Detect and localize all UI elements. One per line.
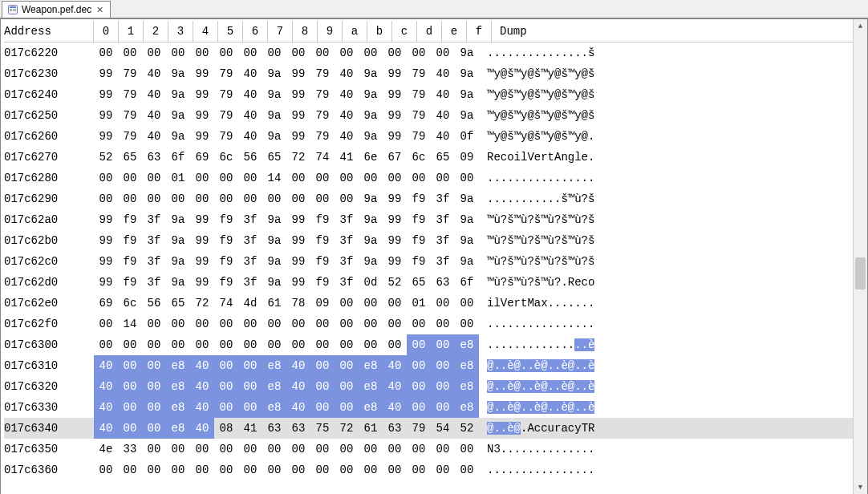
hex-byte[interactable]: 00 [455,314,479,334]
hex-byte[interactable]: 56 [142,293,166,314]
hex-byte[interactable]: 9a [262,63,286,84]
hex-byte[interactable]: 00 [431,314,455,334]
hex-byte[interactable]: 00 [286,168,310,188]
hex-byte[interactable]: 99 [94,105,118,126]
hex-byte[interactable]: 00 [94,43,118,63]
hex-byte[interactable]: 00 [335,376,359,397]
hex-byte[interactable]: 99 [383,84,407,105]
hex-byte[interactable]: 00 [407,439,431,460]
hex-byte[interactable]: 63 [286,418,310,439]
hex-byte[interactable]: 00 [286,460,310,480]
scroll-down-arrow[interactable]: ▼ [854,480,867,494]
ascii-dump[interactable]: ................ [479,168,594,188]
hex-byte[interactable]: 9a [262,230,286,251]
hex-byte[interactable]: 00 [310,355,335,376]
hex-byte[interactable]: e8 [359,397,383,418]
ascii-dump[interactable]: ™y@š™y@š™y@š™y@š [479,105,594,126]
hex-byte[interactable]: 00 [142,355,166,376]
hex-byte[interactable]: 00 [335,334,359,355]
hex-byte[interactable]: 40 [190,397,214,418]
hex-byte[interactable]: 00 [335,168,359,188]
hex-byte[interactable]: 40 [94,418,118,439]
hex-byte[interactable]: 40 [335,105,359,126]
hex-byte[interactable]: 4d [238,293,262,314]
hex-byte[interactable]: 01 [407,293,431,314]
hex-row[interactable]: 017c62a099f93f9a99f93f9a99f93f9a99f93f9a… [4,209,853,230]
hex-byte[interactable]: 00 [262,439,286,460]
hex-byte[interactable]: 9a [166,251,190,272]
hex-byte[interactable]: e8 [359,355,383,376]
hex-byte[interactable]: 40 [190,418,214,439]
hex-byte[interactable]: 40 [94,355,118,376]
hex-byte[interactable]: f9 [310,251,335,272]
hex-byte[interactable]: 00 [238,376,262,397]
hex-byte[interactable]: 79 [118,63,142,84]
hex-byte[interactable]: 79 [310,105,335,126]
file-tab[interactable]: Weapon.pef.dec ✕ [2,1,111,18]
hex-byte[interactable]: 99 [94,126,118,147]
hex-byte[interactable]: 00 [166,314,190,334]
hex-byte[interactable]: 00 [310,314,335,334]
hex-byte[interactable]: 9a [359,63,383,84]
hex-byte[interactable]: 99 [190,251,214,272]
hex-byte[interactable]: 3f [142,272,166,293]
hex-byte[interactable]: 00 [238,188,262,209]
hex-byte[interactable]: 00 [310,460,335,480]
hex-byte[interactable]: 00 [238,334,262,355]
hex-byte[interactable]: 3f [142,230,166,251]
hex-byte[interactable]: 72 [335,418,359,439]
hex-byte[interactable]: 99 [383,251,407,272]
hex-byte[interactable]: 63 [262,418,286,439]
hex-byte[interactable]: 00 [214,376,238,397]
hex-byte[interactable]: 00 [238,397,262,418]
hex-byte[interactable]: 99 [383,126,407,147]
hex-byte[interactable]: 00 [142,397,166,418]
ascii-dump[interactable]: ................ [479,460,594,480]
hex-byte[interactable]: 3f [238,230,262,251]
hex-byte[interactable]: 00 [238,43,262,63]
hex-byte[interactable]: 00 [190,460,214,480]
hex-byte[interactable]: 00 [383,460,407,480]
hex-byte[interactable]: 00 [383,168,407,188]
hex-byte[interactable]: 00 [262,334,286,355]
hex-byte[interactable]: 00 [407,376,431,397]
hex-byte[interactable]: 00 [214,439,238,460]
ascii-dump[interactable]: ...............š [479,43,594,63]
hex-byte[interactable]: 79 [214,105,238,126]
ascii-dump[interactable]: @..è@..è@..è@..è [479,376,594,397]
hex-byte[interactable]: 40 [190,355,214,376]
hex-byte[interactable]: f9 [118,272,142,293]
hex-byte[interactable]: 00 [118,460,142,480]
hex-viewer[interactable]: Address0123456789abcdefDump017c622000000… [1,19,853,494]
hex-byte[interactable]: 00 [190,439,214,460]
hex-byte[interactable]: e8 [455,334,479,355]
hex-byte[interactable]: 40 [94,376,118,397]
hex-row[interactable]: 017c62d099f93f9a99f93f9a99f93f0d5265636f… [4,272,853,293]
hex-byte[interactable]: 40 [335,84,359,105]
hex-byte[interactable]: 00 [335,43,359,63]
hex-byte[interactable]: 00 [310,397,335,418]
hex-row[interactable]: 017c6330400000e8400000e8400000e8400000e8… [4,397,853,418]
hex-row[interactable]: 017c62c099f93f9a99f93f9a99f93f9a99f93f9a… [4,251,853,272]
hex-byte[interactable]: 00 [142,168,166,188]
hex-byte[interactable]: 56 [238,147,262,168]
hex-byte[interactable]: 14 [262,168,286,188]
hex-byte[interactable]: 69 [190,147,214,168]
hex-byte[interactable]: 00 [238,460,262,480]
hex-byte[interactable]: 00 [262,43,286,63]
hex-row[interactable]: 017c628000000001000000140000000000000000… [4,168,853,188]
hex-byte[interactable]: 00 [407,168,431,188]
hex-byte[interactable]: 78 [286,293,310,314]
hex-byte[interactable]: 00 [142,334,166,355]
hex-byte[interactable]: 9a [262,272,286,293]
hex-byte[interactable]: 79 [214,63,238,84]
hex-row[interactable]: 017c62b099f93f9a99f93f9a99f93f9a99f93f9a… [4,230,853,251]
hex-byte[interactable]: 00 [118,188,142,209]
hex-row[interactable]: 017c636000000000000000000000000000000000… [4,460,853,480]
hex-byte[interactable]: 79 [407,126,431,147]
hex-byte[interactable]: 00 [359,439,383,460]
hex-byte[interactable]: 65 [262,147,286,168]
hex-byte[interactable]: 00 [335,439,359,460]
hex-byte[interactable]: e8 [455,397,479,418]
hex-byte[interactable]: e8 [166,418,190,439]
